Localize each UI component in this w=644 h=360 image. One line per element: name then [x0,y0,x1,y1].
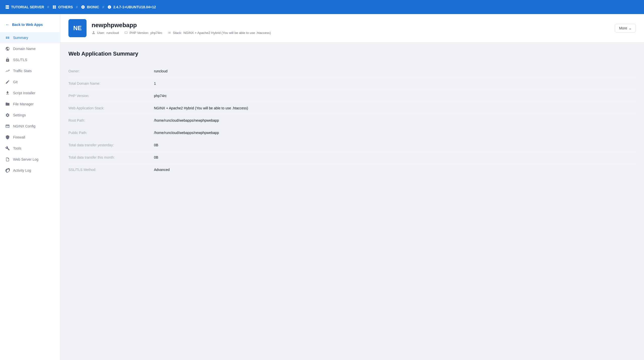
sidebar-item-traffic-stats[interactable]: Traffic Stats [0,65,60,76]
chevron-down-icon: ⌄ [629,26,632,30]
sidebar-item-label: Git [13,80,18,84]
summary-label: Total data transfer yesterday: [68,143,154,147]
app-meta-user: User: runcloud [92,31,119,35]
topbar-sep1: # [47,5,49,9]
sidebar-item-web-server-log[interactable]: Web Server Log [0,154,60,165]
back-to-web-apps[interactable]: ← Back to Web Apps [0,19,60,32]
summary-value: /home/runcloud/webapps/newphpwebapp [154,118,219,122]
topbar-tag1: OTHERS [52,5,73,9]
app-info: newphpwebapp User: runcloud PHP Version: [92,22,610,35]
activity-log-icon [5,168,10,173]
summary-label: SSL/TLS Method: [68,168,154,172]
sidebar-item-label: Traffic Stats [13,69,32,73]
summary-row: Public Path: /home/runcloud/webapps/newp… [68,127,636,139]
sidebar-item-label: Script Installer [13,91,35,95]
content-area: Web Application Summary Owner: runcloud … [60,42,644,184]
sidebar-item-script-installer[interactable]: Script Installer [0,87,60,99]
summary-row: Root Path: /home/runcloud/webapps/newphp… [68,114,636,127]
summary-value: 0B [154,143,158,147]
user-icon [92,31,96,35]
sidebar-item-label: Activity Log [13,168,31,172]
web-server-log-icon [5,157,10,162]
main-content: NE newphpwebapp User: runcloud [60,14,644,360]
sidebar-item-git[interactable]: Git [0,76,60,87]
sidebar-item-label: NGINX Config [13,124,35,128]
sidebar-item-settings[interactable]: Settings [0,110,60,121]
nginx-config-icon [5,124,10,129]
grid-icon [52,5,57,9]
app-meta: User: runcloud PHP Version: php74rc [92,31,610,35]
topbar-sep2: # [76,5,78,9]
ssl-tls-icon [5,57,10,62]
summary-label: PHP Version: [68,94,154,98]
section-title: Web Application Summary [68,51,636,57]
summary-label: Owner: [68,69,154,73]
php-icon [124,31,128,35]
app-name: newphpwebapp [92,22,610,29]
summary-value: 0B [154,155,158,159]
topbar-sep3: # [102,5,104,9]
stack-icon [167,31,171,35]
sidebar-item-nginx-config[interactable]: NGINX Config [0,121,60,132]
sidebar-item-summary[interactable]: Summary [0,32,60,43]
sidebar-item-tools[interactable]: Tools [0,143,60,154]
sidebar-item-firewall[interactable]: Firewall [0,132,60,143]
summary-row: Total Domain Name: 1 [68,77,636,90]
sidebar-item-ssl-tls[interactable]: SSL/TLS [0,54,60,65]
sidebar: ← Back to Web Apps Summary Domain Name S… [0,14,60,360]
sidebar-item-label: Tools [13,146,21,150]
version-icon [107,5,112,9]
topbar: TUTORIAL SERVER # OTHERS # BIONIC # 2.4.… [0,0,644,14]
git-icon [5,79,10,84]
app-meta-stack: Stack: NGINX + Apache2 Hybrid (You will … [167,31,271,35]
sidebar-item-label: Domain Name [13,47,35,51]
summary-label: Total Domain Name: [68,81,154,85]
summary-icon [5,35,10,40]
summary-table: Owner: runcloud Total Domain Name: 1 PHP… [68,65,636,176]
more-button[interactable]: More ⌄ [615,24,636,32]
settings-icon [5,113,10,118]
summary-row: SSL/TLS Method: Advanced [68,164,636,176]
sidebar-item-file-manager[interactable]: File Manager [0,99,60,110]
summary-label: Root Path: [68,118,154,122]
domain-name-icon [5,46,10,51]
app-meta-php: PHP Version: php74rc [124,31,162,35]
sidebar-item-activity-log[interactable]: Activity Log [0,165,60,176]
bionic-icon [81,5,85,9]
summary-value: runcloud [154,69,168,73]
firewall-icon [5,135,10,140]
sidebar-item-label: Summary [13,36,28,40]
summary-value: php74rc [154,94,167,98]
summary-row: Web Application Stack: NGINX + Apache2 H… [68,102,636,114]
app-avatar: NE [68,19,87,37]
summary-value: Advanced [154,168,170,172]
tools-icon [5,146,10,151]
summary-row: PHP Version: php74rc [68,90,636,102]
summary-value: 1 [154,81,156,85]
traffic-stats-icon [5,68,10,73]
sidebar-item-label: Firewall [13,135,25,139]
script-installer-icon [5,91,10,96]
sidebar-item-label: Settings [13,113,26,117]
sidebar-nav: Summary Domain Name SSL/TLS Traffic Stat… [0,32,60,176]
sidebar-item-label: File Manager [13,102,34,106]
topbar-version: 2.4.7-1+UBUNTU18.04+12 [107,5,156,9]
sidebar-item-label: SSL/TLS [13,58,27,62]
summary-label: Total data transfer this month: [68,155,154,159]
summary-label: Public Path: [68,131,154,135]
sidebar-item-domain-name[interactable]: Domain Name [0,43,60,54]
topbar-server-name: TUTORIAL SERVER [11,5,44,9]
summary-value: /home/runcloud/webapps/newphpwebapp [154,131,219,135]
app-header: NE newphpwebapp User: runcloud [60,14,644,42]
server-icon [5,5,10,9]
summary-row: Total data transfer this month: 0B [68,151,636,164]
summary-row: Total data transfer yesterday: 0B [68,139,636,151]
file-manager-icon [5,102,10,107]
topbar-server: TUTORIAL SERVER [5,5,44,9]
sidebar-item-label: Web Server Log [13,157,38,161]
summary-value: NGINX + Apache2 Hybrid (You will be able… [154,106,248,110]
topbar-tag2: BIONIC [81,5,99,9]
summary-row: Owner: runcloud [68,65,636,77]
back-arrow-icon: ← [5,22,10,27]
summary-label: Web Application Stack: [68,106,154,110]
